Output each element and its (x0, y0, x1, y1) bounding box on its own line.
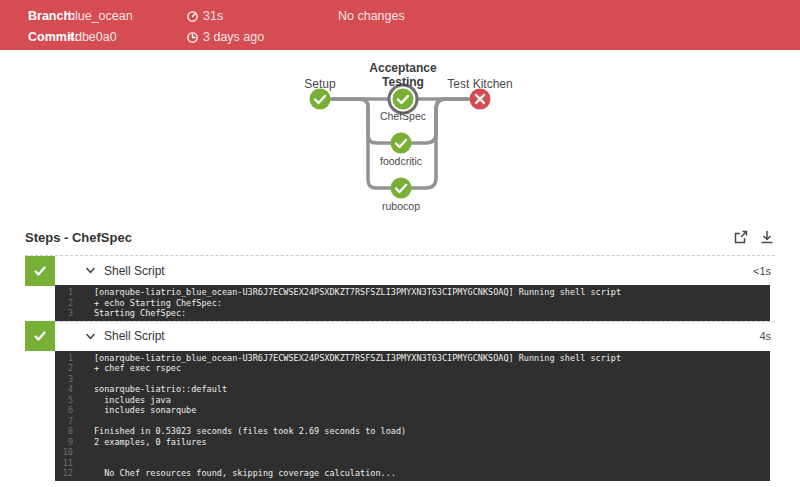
console-line-number: 2 (55, 298, 73, 309)
step-label: Shell Script (104, 264, 165, 278)
chevron-down-icon[interactable] (85, 265, 96, 276)
console-line: 5 includes java (55, 395, 770, 406)
console-line-number: 1 (55, 287, 73, 298)
branch-label-rubocop: rubocop (382, 200, 420, 212)
console-line-number: 6 (55, 405, 73, 416)
console-line: 12 No Chef resources found, skipping cov… (55, 468, 770, 479)
node-rubocop[interactable] (391, 178, 412, 199)
console-log-1: 1[onarqube-liatrio_blue_ocean-U3R6J7ECWS… (55, 285, 770, 321)
console-line-text: Starting ChefSpec: (73, 308, 186, 319)
console-line-number: 10 (55, 447, 73, 458)
run-duration: 31s (203, 9, 223, 23)
step-row-shell-script-2[interactable]: Shell Script 4s (25, 321, 775, 351)
check-icon (32, 328, 48, 344)
steps-section: Steps - ChefSpec S (25, 226, 775, 481)
console-line-text: sonarqube-liatrio::default (73, 384, 227, 395)
console-line-text: + echo Starting ChefSpec: (73, 298, 222, 309)
console-line-text: Finished in 0.53023 seconds (files took … (73, 426, 406, 437)
console-line-text (73, 374, 94, 385)
console-line-text: No Chef resources found, skipping covera… (73, 468, 396, 479)
console-line-text: [onarqube-liatrio_blue_ocean-U3R6J7ECWSE… (73, 287, 621, 298)
console-line-number: 1 (55, 353, 73, 364)
console-line-number: 11 (55, 458, 73, 469)
steps-header: Steps - ChefSpec (25, 226, 775, 248)
console-line: 6 includes sonarqube (55, 405, 770, 416)
console-line-number: 3 (55, 308, 73, 319)
open-log-new-window-icon[interactable] (733, 229, 749, 245)
steps-title: Steps - ChefSpec (25, 230, 132, 245)
console-line-text: includes sonarqube (73, 405, 196, 416)
run-header-banner: Branch: blue_ocean Commit: 4dbe0a0 31s 3… (0, 0, 800, 50)
console-line-text: [onarqube-liatrio_blue_ocean-U3R6J7ECWSE… (73, 353, 621, 364)
node-test-kitchen[interactable] (470, 89, 491, 110)
check-icon (32, 263, 48, 279)
branch-value: blue_ocean (68, 9, 133, 23)
console-line: 3 (55, 374, 770, 385)
timer-icon (186, 10, 199, 23)
console-line: 10 (55, 447, 770, 458)
step-status-square (25, 321, 55, 351)
console-line: 4sonarqube-liatrio::default (55, 384, 770, 395)
console-line-text: includes java (73, 395, 171, 406)
console-line-number: 3 (55, 374, 73, 385)
console-line: 92 examples, 0 failures (55, 437, 770, 448)
node-foodcritic[interactable] (391, 133, 412, 154)
console-line-number: 12 (55, 468, 73, 479)
console-line: 2+ chef exec rspec (55, 363, 770, 374)
console-line: 1[onarqube-liatrio_blue_ocean-U3R6J7ECWS… (55, 287, 770, 298)
console-line: 8Finished in 0.53023 seconds (files took… (55, 426, 770, 437)
console-line: 7 (55, 416, 770, 427)
console-line-text: 2 examples, 0 failures (73, 437, 207, 448)
stage-label-test-kitchen: Test Kitchen (447, 77, 512, 91)
step-row-shell-script-1[interactable]: Shell Script <1s (25, 255, 775, 285)
console-line-text: + chef exec rspec (73, 363, 181, 374)
console-log-2: 1[onarqube-liatrio_blue_ocean-U3R6J7ECWS… (55, 351, 770, 481)
node-setup[interactable] (310, 89, 331, 110)
console-line-text (73, 416, 94, 427)
console-line-number: 2 (55, 363, 73, 374)
run-time-ago: 3 days ago (203, 30, 264, 44)
clock-icon (186, 31, 199, 44)
download-log-icon[interactable] (759, 229, 775, 245)
step-label: Shell Script (104, 329, 165, 343)
console-line-number: 5 (55, 395, 73, 406)
chevron-down-icon[interactable] (85, 331, 96, 342)
console-line-text (73, 458, 94, 469)
console-line: 11 (55, 458, 770, 469)
console-line-number: 8 (55, 426, 73, 437)
changes-text: No changes (338, 9, 405, 23)
step-duration: <1s (753, 265, 775, 277)
console-line: 2+ echo Starting ChefSpec: (55, 298, 770, 309)
node-chefspec[interactable] (389, 85, 417, 113)
console-line: 3Starting ChefSpec: (55, 308, 770, 319)
blue-ocean-run-page: Branch: blue_ocean Commit: 4dbe0a0 31s 3… (0, 0, 800, 487)
step-duration: 4s (759, 330, 775, 342)
pipeline-graph: Setup Acceptance Testing Test Kitchen Ch… (0, 50, 800, 225)
stage-label-acceptance: Acceptance Testing (360, 62, 446, 89)
console-line-number: 7 (55, 416, 73, 427)
console-line-number: 9 (55, 437, 73, 448)
console-line-number: 4 (55, 384, 73, 395)
branch-label-chefspec: ChefSpec (380, 110, 426, 122)
branch-label-foodcritic: foodcritic (380, 155, 422, 167)
console-line: 1[onarqube-liatrio_blue_ocean-U3R6J7ECWS… (55, 353, 770, 364)
stage-label-setup: Setup (304, 77, 335, 91)
step-status-square (25, 256, 55, 286)
commit-value: 4dbe0a0 (68, 30, 117, 44)
console-line-text (73, 447, 94, 458)
